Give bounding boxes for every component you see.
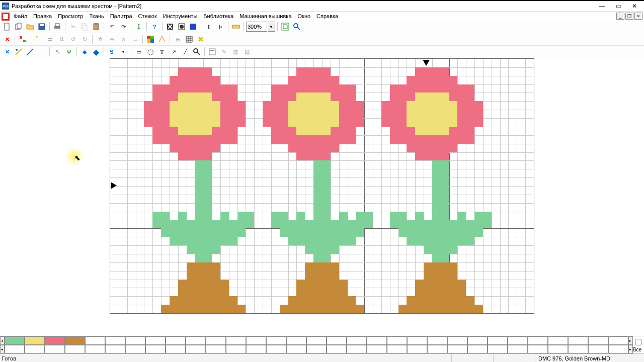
mdi-restore-button[interactable]: ❐: [625, 13, 633, 20]
stitch-cell[interactable]: [161, 118, 170, 127]
stitch-cell[interactable]: [441, 110, 449, 118]
undo-icon[interactable]: ↶: [106, 21, 117, 32]
stitch-cell[interactable]: [331, 93, 339, 101]
stitch-cell[interactable]: [441, 93, 449, 101]
palette-swatch[interactable]: [65, 336, 85, 345]
text-tool-icon[interactable]: T: [156, 46, 168, 57]
stitch-cell[interactable]: [424, 280, 432, 288]
stitch-cell[interactable]: [178, 101, 187, 110]
stitch-cell[interactable]: [187, 245, 195, 254]
stitch-cell[interactable]: [432, 271, 441, 280]
stitch-cell[interactable]: [203, 177, 212, 186]
stitch-cell[interactable]: [322, 169, 331, 177]
stitch-cell[interactable]: [237, 220, 246, 228]
stitch-cell[interactable]: [237, 118, 246, 127]
stitch-cell[interactable]: [398, 228, 407, 237]
palette-swatch[interactable]: [105, 345, 125, 353]
stitch-cell[interactable]: [424, 67, 432, 76]
stitch-cell[interactable]: [296, 118, 305, 127]
stitch-cell[interactable]: [313, 280, 322, 288]
stitch-cell[interactable]: [449, 228, 458, 237]
special-stitch-icon[interactable]: S: [106, 46, 117, 57]
pencil-dim-icon[interactable]: ✎: [218, 46, 229, 57]
stitch-cell[interactable]: [466, 237, 474, 245]
stitch-cell[interactable]: [449, 305, 458, 313]
palette-swatch[interactable]: [286, 336, 306, 345]
stitch-cell[interactable]: [432, 254, 441, 262]
stitch-cell[interactable]: [178, 212, 187, 220]
stitch-cell[interactable]: [313, 84, 322, 93]
stitch-cell[interactable]: [407, 220, 415, 228]
stitch-cell[interactable]: [280, 101, 288, 110]
stitch-cell[interactable]: [195, 280, 203, 288]
stitch-cell[interactable]: [415, 135, 424, 144]
palette-swatch[interactable]: [25, 345, 45, 353]
stitch-cell[interactable]: [322, 101, 331, 110]
stitch-cell[interactable]: [457, 305, 466, 313]
stitch-cell[interactable]: [424, 152, 432, 161]
palette-swatch[interactable]: [387, 345, 407, 353]
palette-swatch[interactable]: [568, 336, 588, 345]
stitch-cell[interactable]: [195, 135, 203, 144]
menu-палитра[interactable]: Палитра: [107, 13, 135, 20]
palette-swatch[interactable]: [467, 336, 488, 345]
palette-swatch[interactable]: [286, 345, 306, 353]
menu-правка[interactable]: Правка: [30, 13, 55, 20]
info-icon[interactable]: I: [203, 21, 214, 32]
stitch-cell[interactable]: [441, 118, 449, 127]
stitch-cell[interactable]: [348, 127, 356, 135]
stitch-cell[interactable]: [432, 262, 441, 271]
save-icon[interactable]: [36, 21, 47, 32]
stitch-cell[interactable]: [212, 76, 220, 84]
stitch-cell[interactable]: [170, 220, 178, 228]
palette-swatch[interactable]: [85, 336, 105, 345]
stitch-cell[interactable]: [356, 212, 364, 220]
stitch-cell[interactable]: [322, 152, 331, 161]
color-swatch-icon[interactable]: [145, 34, 156, 45]
stitch-cell[interactable]: [288, 305, 297, 313]
fit-screen-icon[interactable]: [280, 21, 291, 32]
stitch-cell[interactable]: [331, 245, 339, 254]
stitch-cell[interactable]: [305, 84, 313, 93]
stitch-cell[interactable]: [313, 262, 322, 271]
stitch-cell[interactable]: [432, 160, 441, 169]
stitch-cell[interactable]: [178, 220, 187, 228]
palette-swatch[interactable]: [367, 336, 387, 345]
stitch-cell[interactable]: [178, 288, 187, 296]
palette-swatch[interactable]: [608, 336, 628, 345]
stitch-cell[interactable]: [339, 135, 348, 144]
stitch-cell[interactable]: [170, 228, 178, 237]
stitch-cell[interactable]: [457, 135, 466, 144]
stitch-cell[interactable]: [313, 245, 322, 254]
stitch-cell[interactable]: [195, 177, 203, 186]
stitch-cell[interactable]: [195, 110, 203, 118]
stitch-cell[interactable]: [432, 152, 441, 161]
stitch-cell[interactable]: [432, 93, 441, 101]
stitch-cell[interactable]: [331, 262, 339, 271]
stitch-cell[interactable]: [280, 228, 288, 237]
stitch-cell[interactable]: [331, 296, 339, 305]
stitch-cell[interactable]: [424, 296, 432, 305]
stitch-cell[interactable]: [178, 305, 187, 313]
stitch-cell[interactable]: [415, 110, 424, 118]
stitch-cell[interactable]: [203, 67, 212, 76]
palette-swatch[interactable]: [246, 336, 266, 345]
stitch-cell[interactable]: [449, 84, 458, 93]
palette-swatch[interactable]: [407, 345, 427, 353]
palette-swatch[interactable]: [327, 345, 347, 353]
stitch-cell[interactable]: [170, 101, 178, 110]
stitch-cell[interactable]: [187, 220, 195, 228]
stitch-cell[interactable]: [432, 110, 441, 118]
stitch-cell[interactable]: [305, 237, 313, 245]
stitch-cell[interactable]: [212, 288, 220, 296]
stitch-cell[interactable]: [441, 305, 449, 313]
palette-swatch[interactable]: [387, 336, 407, 345]
stitch-cell[interactable]: [170, 305, 178, 313]
stitch-cell[interactable]: [195, 288, 203, 296]
stitch-cell[interactable]: [339, 118, 348, 127]
stitch-cell[interactable]: [296, 110, 305, 118]
stitch-cell[interactable]: [441, 135, 449, 144]
stitch-cell[interactable]: [313, 288, 322, 296]
stitch-cell[interactable]: [322, 76, 331, 84]
palette-swatch[interactable]: [266, 345, 286, 353]
